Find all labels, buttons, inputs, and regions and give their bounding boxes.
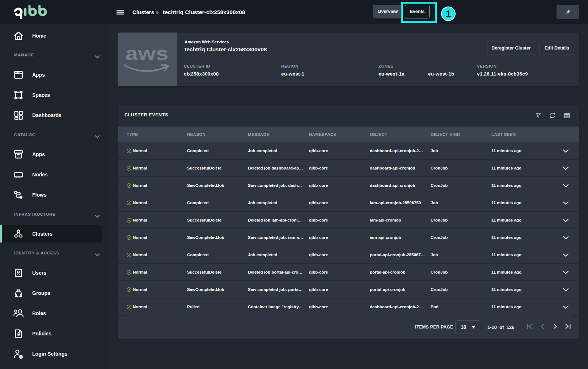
svg-text:aws: aws <box>126 44 169 64</box>
